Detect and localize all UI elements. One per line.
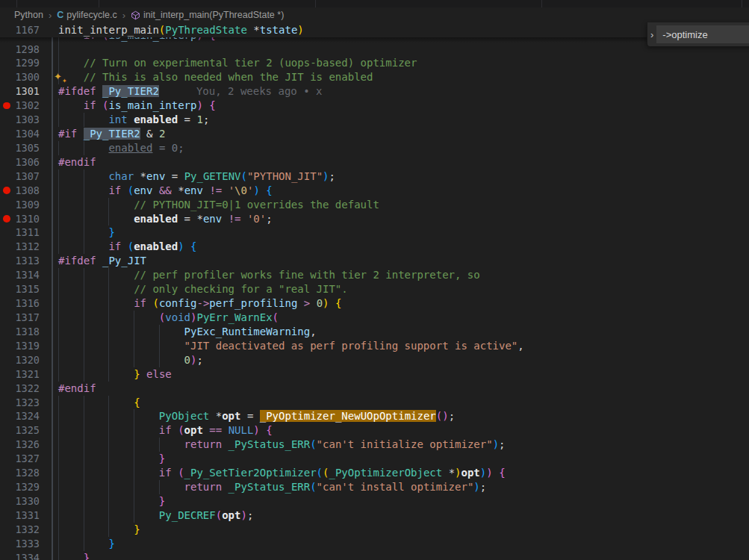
code-line[interactable]: 1303 int enabled = 1; bbox=[0, 113, 749, 127]
code-token bbox=[222, 481, 228, 493]
line-number[interactable]: 1312 bbox=[0, 240, 40, 254]
code-token bbox=[310, 297, 316, 309]
line-number[interactable]: 1322 bbox=[0, 382, 40, 396]
code-line[interactable]: 1319 "JIT deactivated as perf profiling … bbox=[0, 339, 749, 353]
code-line[interactable]: 1316 if (config->perf_profiling > 0) { bbox=[0, 296, 749, 311]
line-number[interactable]: 1332 bbox=[0, 523, 40, 537]
line-number[interactable]: 1331 bbox=[0, 508, 40, 523]
line-number[interactable]: 1300 bbox=[0, 70, 40, 84]
line-number[interactable]: 1314 bbox=[0, 268, 40, 282]
code-line[interactable]: 1330 } bbox=[0, 494, 749, 508]
line-number[interactable]: 1301 bbox=[0, 84, 40, 99]
line-number[interactable]: 1299 bbox=[0, 56, 40, 70]
git-blame-annotation[interactable]: You, 2 weeks ago • x bbox=[196, 85, 323, 97]
code-line[interactable]: 1326 return _PyStatus_ERR("can't initial… bbox=[0, 438, 749, 452]
breadcrumb-symbol-label: init_interp_main(PyThreadState *) bbox=[143, 10, 284, 20]
code-line[interactable]: 1333 } bbox=[0, 537, 749, 551]
code-line[interactable]: 1307 char *env = Py_GETENV("PYTHON_JIT")… bbox=[0, 169, 749, 184]
code-token: _PyOptimizer_NewUOpOptimizer bbox=[260, 410, 436, 422]
code-line[interactable]: 1328 if (_Py_SetTier2Optimizer((_PyOptim… bbox=[0, 466, 749, 480]
code-line[interactable]: 1321 } else bbox=[0, 367, 749, 382]
code-token: } bbox=[134, 523, 140, 535]
line-number[interactable]: 1315 bbox=[0, 282, 40, 296]
code-text: } bbox=[58, 523, 140, 537]
code-line[interactable]: 1332 } bbox=[0, 523, 749, 537]
line-number[interactable]: 1305 bbox=[0, 141, 40, 155]
code-line[interactable]: 1314 // perf profiler works fine with ti… bbox=[0, 268, 749, 282]
code-text: if (enabled) { bbox=[58, 240, 197, 254]
breadcrumb-item-file[interactable]: C pylifecycle.c bbox=[57, 10, 116, 20]
code-line[interactable]: 1331 Py_DECREF(opt); bbox=[0, 508, 749, 523]
code-line[interactable]: 1334 } bbox=[0, 551, 749, 560]
line-number[interactable]: 1318 bbox=[0, 325, 40, 339]
line-number[interactable]: 1333 bbox=[0, 537, 40, 551]
line-number[interactable]: 1326 bbox=[0, 438, 40, 452]
line-number[interactable]: 1321 bbox=[0, 367, 40, 382]
line-number[interactable]: 1323 bbox=[0, 396, 40, 410]
find-widget-toggle-icon[interactable]: › bbox=[650, 29, 653, 40]
code-line[interactable]: 1306#endif bbox=[0, 155, 749, 169]
code-text: Py_DECREF(opt); bbox=[58, 508, 253, 523]
code-line[interactable]: 1308 if (env && *env != '\0') { bbox=[0, 184, 749, 198]
code-token: ) bbox=[196, 99, 202, 111]
line-number[interactable]: 1329 bbox=[0, 480, 40, 494]
code-token bbox=[58, 340, 184, 352]
code-line[interactable]: 1317 (void)PyErr_WarnEx( bbox=[0, 311, 749, 325]
line-number[interactable]: 1324 bbox=[0, 409, 40, 423]
code-line[interactable]: 1310 enabled = *env != '0'; bbox=[0, 212, 749, 226]
line-number[interactable]: 1310 bbox=[0, 212, 40, 226]
line-number[interactable]: 1311 bbox=[0, 225, 40, 240]
code-line[interactable]: 1305 enabled = 0; bbox=[0, 141, 749, 155]
code-editor[interactable]: if (is_main_interp) { 12981299 // Turn o… bbox=[0, 37, 749, 560]
code-line[interactable]: 1302 if (is_main_interp) { bbox=[0, 99, 749, 113]
code-line[interactable]: 1301#ifdef _Py_TIER2You, 2 weeks ago • x bbox=[0, 84, 749, 99]
code-line[interactable]: 1312 if (enabled) { bbox=[0, 240, 749, 254]
line-number[interactable]: 1304 bbox=[0, 127, 40, 141]
code-line[interactable]: 1318 PyExc_RuntimeWarning, bbox=[0, 325, 749, 339]
line-number[interactable]: 1302 bbox=[0, 99, 40, 113]
line-number[interactable]: 1298 bbox=[0, 43, 40, 57]
code-line[interactable]: 1304#if _Py_TIER2 & 2 bbox=[0, 127, 749, 141]
code-line[interactable]: 1315 // only checking for a "real JIT". bbox=[0, 282, 749, 296]
editor-tab-strip[interactable] bbox=[0, 0, 749, 7]
code-token: = bbox=[178, 113, 196, 125]
code-token: PyExc_RuntimeWarning bbox=[184, 326, 311, 337]
code-line[interactable]: 1320 0); bbox=[0, 353, 749, 367]
code-line[interactable]: 1313#ifdef _Py_JIT bbox=[0, 254, 749, 268]
line-number[interactable]: 1309 bbox=[0, 198, 40, 212]
code-line[interactable]: 1311 } bbox=[0, 225, 749, 240]
line-number[interactable]: 1307 bbox=[0, 169, 40, 184]
line-number[interactable]: 1306 bbox=[0, 155, 40, 169]
line-number[interactable]: 1317 bbox=[0, 311, 40, 325]
line-number[interactable]: 1313 bbox=[0, 254, 40, 268]
sticky-scroll-line[interactable]: 1167init_interp_main(PyThreadState *tsta… bbox=[0, 22, 749, 37]
line-number[interactable]: 1327 bbox=[0, 452, 40, 466]
find-input[interactable] bbox=[656, 25, 749, 43]
code-line[interactable]: 1323 { bbox=[0, 396, 749, 410]
code-token bbox=[58, 240, 108, 252]
code-token: _Py_TIER2 bbox=[84, 128, 140, 140]
line-number[interactable]: 1328 bbox=[0, 466, 40, 480]
breadcrumb-item-folder[interactable]: Python bbox=[14, 10, 43, 20]
line-number[interactable]: 1319 bbox=[0, 339, 40, 353]
code-line[interactable]: 1322#endif bbox=[0, 382, 749, 396]
code-line[interactable]: 1325 if (opt == NULL) { bbox=[0, 423, 749, 438]
code-line[interactable]: ✦✦1300 // This is also needed when the J… bbox=[0, 70, 749, 84]
line-number[interactable]: 1308 bbox=[0, 184, 40, 198]
code-line[interactable]: 1324 PyObject *opt = _PyOptimizer_NewUOp… bbox=[0, 409, 749, 423]
code-line[interactable]: 1309 // PYTHON_JIT=0|1 overrides the def… bbox=[0, 198, 749, 212]
code-line[interactable]: 1327 } bbox=[0, 452, 749, 466]
code-line[interactable]: 1299 // Turn on experimental tier 2 (uop… bbox=[0, 56, 749, 70]
code-line[interactable]: 1298 bbox=[0, 43, 749, 57]
line-number[interactable]: 1303 bbox=[0, 113, 40, 127]
line-number[interactable]: 1320 bbox=[0, 353, 40, 367]
code-token: _Py_SetTier2Optimizer bbox=[184, 467, 317, 479]
breadcrumb-item-symbol[interactable]: init_interp_main(PyThreadState *) bbox=[131, 10, 284, 20]
line-number[interactable]: 1167 bbox=[0, 22, 40, 37]
code-line[interactable]: 1167init_interp_main(PyThreadState *tsta… bbox=[0, 22, 749, 37]
code-line[interactable]: 1329 return _PyStatus_ERR("can't install… bbox=[0, 480, 749, 494]
line-number[interactable]: 1316 bbox=[0, 296, 40, 311]
line-number[interactable]: 1330 bbox=[0, 494, 40, 508]
line-number[interactable]: 1334 bbox=[0, 551, 40, 560]
line-number[interactable]: 1325 bbox=[0, 423, 40, 438]
